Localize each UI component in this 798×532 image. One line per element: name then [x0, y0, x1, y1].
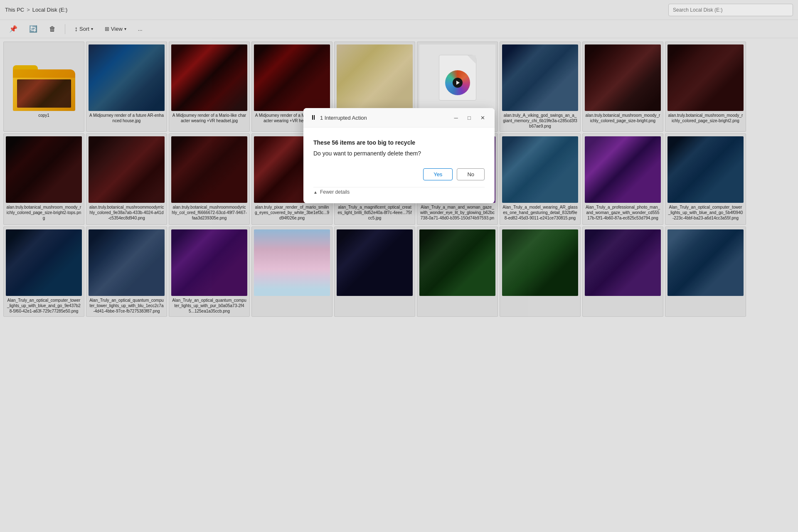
chevron-up-icon: ▲ — [313, 190, 318, 195]
dialog-overlay: ⏸ 1 Interrupted Action ─ □ ✕ These 56 it… — [0, 0, 798, 532]
dialog-actions: Yes No — [313, 168, 485, 180]
dialog-window-controls: ─ □ ✕ — [451, 112, 488, 123]
dialog-no-button[interactable]: No — [457, 168, 485, 180]
dialog-titlebar: ⏸ 1 Interrupted Action ─ □ ✕ — [303, 108, 495, 128]
dialog-title-text: 1 Interrupted Action — [320, 115, 451, 121]
dialog-yes-button[interactable]: Yes — [423, 168, 453, 180]
dialog-minimize-button[interactable]: ─ — [451, 112, 461, 123]
dialog-body: These 56 items are too big to recycle Do… — [303, 128, 495, 203]
dialog-sub-text: Do you want to permanently delete them? — [313, 150, 485, 157]
delete-confirmation-dialog: ⏸ 1 Interrupted Action ─ □ ✕ These 56 it… — [303, 108, 495, 203]
fewer-details-label: Fewer details — [320, 189, 350, 195]
dialog-main-text: These 56 items are too big to recycle — [313, 139, 485, 146]
dialog-fewer-details-button[interactable]: ▲ Fewer details — [313, 187, 485, 195]
dialog-title-icon: ⏸ — [310, 114, 317, 121]
dialog-close-button[interactable]: ✕ — [477, 112, 488, 123]
dialog-maximize-button[interactable]: □ — [464, 112, 475, 123]
